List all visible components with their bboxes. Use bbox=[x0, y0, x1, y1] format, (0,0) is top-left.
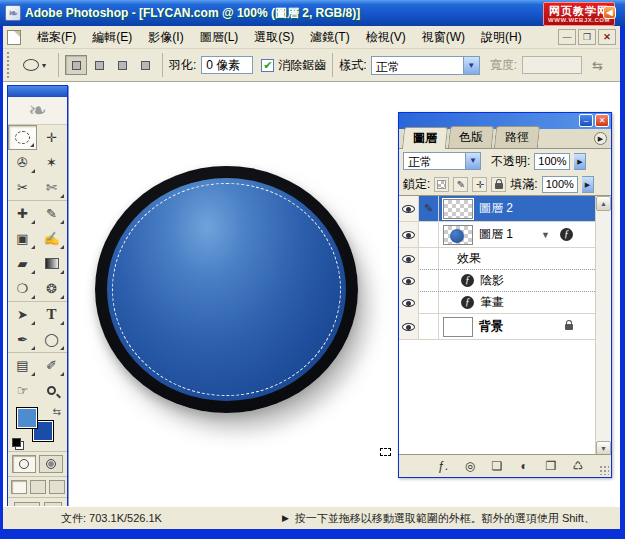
intersect-selection-button[interactable] bbox=[134, 55, 156, 75]
visibility-cell[interactable] bbox=[399, 314, 419, 339]
layer1-name[interactable]: 圖層 1 bbox=[479, 226, 513, 243]
antialias-checkbox[interactable]: ✔ bbox=[261, 59, 274, 72]
layer2-name[interactable]: 圖層 2 bbox=[479, 200, 513, 217]
background-name[interactable]: 背景 bbox=[479, 318, 503, 335]
scroll-up-button[interactable]: ▲ bbox=[596, 196, 611, 211]
menu-help[interactable]: 說明(H) bbox=[473, 26, 530, 49]
doc-restore-button[interactable]: ❐ bbox=[578, 29, 596, 45]
tool-path-selection[interactable]: ➤ bbox=[8, 302, 37, 327]
options-grip[interactable] bbox=[7, 52, 13, 78]
subtract-from-selection-button[interactable] bbox=[111, 55, 133, 75]
lock-pixels-button[interactable]: ✎ bbox=[453, 177, 468, 192]
default-colors-icon[interactable] bbox=[12, 438, 21, 447]
tab-paths[interactable]: 路徑 bbox=[494, 126, 540, 148]
tool-magic-wand[interactable]: ✶ bbox=[37, 150, 66, 175]
add-layer-mask-button[interactable]: ◎ bbox=[462, 459, 478, 473]
stroke-effect-label[interactable]: 筆畫 bbox=[480, 294, 504, 311]
opacity-slider-arrow-icon[interactable]: ▶ bbox=[574, 153, 586, 170]
lock-transparency-button[interactable] bbox=[434, 177, 449, 192]
tool-pen[interactable]: ✒ bbox=[8, 327, 37, 352]
swap-colors-icon[interactable]: ⇆ bbox=[53, 406, 61, 417]
adjustment-layer-button[interactable]: ◐ bbox=[516, 459, 532, 473]
tool-move[interactable]: ✛ bbox=[37, 125, 66, 150]
tool-elliptical-marquee[interactable] bbox=[8, 125, 37, 150]
delete-layer-button[interactable]: ♺ bbox=[570, 459, 586, 473]
palette-close-button[interactable]: ✕ bbox=[595, 114, 609, 127]
tool-lasso[interactable]: ✇ bbox=[8, 150, 37, 175]
new-layer-button[interactable]: ❐ bbox=[543, 459, 559, 473]
width-input[interactable] bbox=[522, 56, 582, 74]
fullscreen-button[interactable] bbox=[49, 480, 65, 494]
menu-filter[interactable]: 濾鏡(T) bbox=[302, 26, 357, 49]
link-cell[interactable] bbox=[419, 222, 439, 247]
layers-scrollbar[interactable]: ▲ ▼ bbox=[595, 196, 611, 456]
doc-minimize-button[interactable]: — bbox=[558, 29, 576, 45]
tool-crop[interactable]: ✂ bbox=[8, 175, 37, 200]
menu-layer[interactable]: 圖層(L) bbox=[192, 26, 247, 49]
tool-eyedropper[interactable]: ✐ bbox=[37, 353, 66, 378]
lock-position-button[interactable]: ✛ bbox=[472, 177, 487, 192]
fill-slider-arrow-icon[interactable]: ▶ bbox=[582, 176, 594, 193]
title-bar[interactable]: ❧ Adobe Photoshop - [FLYCAN.com @ 100% (… bbox=[0, 0, 625, 26]
tool-zoom[interactable] bbox=[37, 378, 66, 403]
visibility-cell[interactable] bbox=[399, 222, 419, 247]
tool-dodge[interactable]: ❂ bbox=[37, 276, 66, 301]
tool-gradient[interactable] bbox=[37, 251, 66, 276]
visibility-cell[interactable] bbox=[399, 196, 419, 221]
tool-history-brush[interactable]: ✍ bbox=[37, 226, 66, 251]
standard-screen-button[interactable] bbox=[11, 480, 27, 494]
background-thumbnail[interactable] bbox=[443, 317, 473, 337]
palette-menu-button[interactable]: ▶ bbox=[594, 132, 607, 145]
fullscreen-menubar-button[interactable] bbox=[30, 480, 46, 494]
new-group-button[interactable]: ❏ bbox=[489, 459, 505, 473]
menu-select[interactable]: 選取(S) bbox=[246, 26, 302, 49]
visibility-cell[interactable] bbox=[399, 292, 419, 314]
effects-row[interactable]: 效果 bbox=[399, 248, 595, 270]
collapse-effects-arrow-icon[interactable]: ▼ bbox=[541, 230, 550, 240]
tool-healing-brush[interactable]: ✚ bbox=[8, 201, 37, 226]
menu-window[interactable]: 視窗(W) bbox=[414, 26, 473, 49]
layer-row-layer1[interactable]: 圖層 1 ▼ ƒ bbox=[399, 222, 595, 248]
feather-input[interactable]: 0 像素 bbox=[201, 56, 253, 74]
layer-row-layer2[interactable]: ✎ 圖層 2 bbox=[399, 196, 595, 222]
tool-blur[interactable]: ❍ bbox=[8, 276, 37, 301]
drop-shadow-effect-row[interactable]: ƒ 陰影 bbox=[399, 270, 595, 292]
new-selection-button[interactable] bbox=[65, 55, 87, 75]
layer1-thumbnail[interactable] bbox=[443, 225, 473, 245]
menu-view[interactable]: 檢視(V) bbox=[358, 26, 414, 49]
document-icon[interactable] bbox=[7, 30, 21, 45]
doc-close-button[interactable]: ✕ bbox=[598, 29, 616, 45]
toolbox-title-bar[interactable] bbox=[8, 86, 67, 97]
tab-layers[interactable]: 圖層 bbox=[402, 127, 448, 149]
tool-notes[interactable]: ▤ bbox=[8, 353, 37, 378]
menu-file[interactable]: 檔案(F) bbox=[29, 26, 84, 49]
tool-eraser[interactable]: ▰ bbox=[8, 251, 37, 276]
tool-shape[interactable]: ◯ bbox=[37, 327, 66, 352]
document-size-readout[interactable]: 文件: 703.1K/526.1K bbox=[61, 511, 162, 526]
background-layer-row[interactable]: 背景 bbox=[399, 314, 595, 340]
style-dropdown[interactable]: 正常 ▼ bbox=[371, 56, 480, 75]
add-layer-style-button[interactable]: ƒ. bbox=[435, 459, 451, 473]
tool-type[interactable]: T bbox=[37, 302, 66, 327]
blend-mode-dropdown[interactable]: 正常 ▼ bbox=[403, 152, 481, 170]
tool-preset-picker[interactable]: ▾ bbox=[17, 57, 52, 73]
tool-hand[interactable]: ☞ bbox=[8, 378, 37, 403]
lock-all-button[interactable] bbox=[491, 177, 506, 192]
menu-edit[interactable]: 編輯(E) bbox=[84, 26, 140, 49]
layer-style-badge-icon[interactable]: ƒ bbox=[560, 228, 573, 241]
palette-minimize-button[interactable]: – bbox=[579, 114, 593, 127]
standard-mode-button[interactable] bbox=[12, 455, 36, 473]
tool-brush[interactable]: ✎ bbox=[37, 201, 66, 226]
opacity-value[interactable]: 100% bbox=[534, 153, 570, 170]
foreground-color-swatch[interactable] bbox=[16, 407, 38, 429]
fill-value[interactable]: 100% bbox=[542, 176, 578, 193]
tab-channels[interactable]: 色版 bbox=[448, 126, 494, 148]
quick-mask-mode-button[interactable] bbox=[39, 455, 63, 473]
stroke-effect-row[interactable]: ƒ 筆畫 bbox=[399, 292, 595, 314]
add-to-selection-button[interactable] bbox=[88, 55, 110, 75]
tool-slice[interactable]: ✄ bbox=[37, 175, 66, 200]
shadow-effect-label[interactable]: 陰影 bbox=[480, 272, 504, 289]
palette-resize-grip[interactable] bbox=[599, 465, 609, 475]
effects-label[interactable]: 效果 bbox=[457, 250, 481, 267]
menu-image[interactable]: 影像(I) bbox=[140, 26, 191, 49]
